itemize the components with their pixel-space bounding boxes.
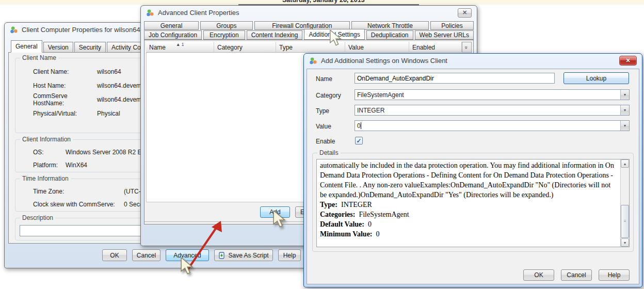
add-additional-settings-window: Add Additional Settings on Windows Clien… [303, 53, 642, 287]
details-prop: Minimum Value: 0 [320, 229, 616, 239]
tab-job-configuration[interactable]: Job Configuration [144, 30, 202, 40]
chevron-down-icon[interactable]: ▼ [620, 90, 629, 100]
value-label: Value [316, 123, 331, 130]
tab-web-server-urls[interactable]: Web Server URLs [415, 30, 474, 40]
save-as-script-button[interactable]: Save As Script [214, 249, 273, 261]
app-spheres-icon [146, 9, 154, 17]
name-input[interactable] [355, 73, 555, 84]
name-label: Name [316, 75, 332, 83]
group-label: Details [317, 149, 341, 156]
details-paragraph: automatically be included in the data pr… [320, 162, 614, 199]
tab-version[interactable]: Version [43, 42, 73, 53]
column-header-category[interactable]: Category [214, 42, 276, 53]
tab-content-indexing[interactable]: Content Indexing [247, 30, 303, 40]
tab-additional-settings[interactable]: Additional Settings [304, 29, 364, 40]
lookup-button[interactable]: Lookup [564, 72, 629, 84]
enable-label: Enable [316, 138, 335, 145]
details-scrollbar[interactable]: ▲ ≡ ▼ [620, 159, 629, 247]
add-settings-titlebar[interactable]: Add Additional Settings on Windows Clien… [304, 54, 642, 68]
tab-policies[interactable]: Policies [430, 21, 474, 30]
close-icon[interactable]: ✕ [458, 8, 472, 18]
tab-general-adv[interactable]: General [144, 21, 199, 30]
type-combo[interactable]: INTEGER ▼ [355, 105, 630, 116]
category-combo[interactable]: FileSystemAgent ▼ [355, 89, 630, 100]
advanced-properties-titlebar[interactable]: Advanced Client Properties ✕ [141, 6, 477, 20]
close-icon[interactable]: ✕ [619, 56, 637, 66]
window-title: Add Additional Settings on Windows Clien… [321, 57, 616, 65]
help-button[interactable]: Help [599, 269, 630, 281]
value-combo[interactable]: 0 ▼ [355, 120, 630, 131]
category-label: Category [316, 92, 341, 99]
tab-deduplication[interactable]: Deduplication [366, 30, 413, 40]
desktop: { "header_strip": { "date_text": "Saturd… [0, 0, 644, 289]
advanced-button[interactable]: Advanced [166, 249, 209, 261]
cancel-button[interactable]: Cancel [561, 269, 592, 281]
details-prop: Categories: FileSystemAgent [320, 210, 616, 219]
taskbar-date: Saturday, January 26, 2013 [282, 0, 365, 4]
enable-checkbox[interactable]: ✓ [355, 137, 363, 145]
column-chooser-icon[interactable]: » [462, 42, 472, 53]
settings-table-header: Name ▲ 1 Category Type Value Enabled » [146, 42, 472, 53]
tab-security[interactable]: Security [74, 42, 106, 53]
group-label: Time Information [20, 175, 71, 182]
details-textbox[interactable]: automatically be included in the data pr… [316, 159, 630, 247]
add-settings-body: Name Lookup Category FileSystemAgent ▼ T… [307, 69, 639, 284]
tab-groups[interactable]: Groups [200, 21, 253, 30]
cancel-button[interactable]: Cancel [132, 249, 160, 261]
script-icon [218, 252, 226, 259]
details-group: Details automatically be included in the… [312, 153, 634, 252]
check-icon: ✓ [356, 137, 361, 145]
chevron-down-icon[interactable]: ▼ [620, 105, 629, 115]
add-button[interactable]: Add [260, 206, 290, 218]
column-header-value[interactable]: Value [345, 42, 409, 53]
type-label: Type [316, 107, 329, 115]
tab-general[interactable]: General [11, 40, 42, 53]
ok-button[interactable]: OK [523, 269, 554, 281]
app-spheres-icon [309, 57, 317, 65]
scrollbar-thumb[interactable]: ≡ [621, 205, 629, 238]
app-spheres-icon [10, 26, 18, 34]
scroll-down-icon[interactable]: ▼ [621, 238, 629, 247]
column-header-name[interactable]: Name ▲ 1 [146, 42, 214, 53]
sort-asc-icon: ▲ 1 [176, 42, 184, 47]
chevron-down-icon[interactable]: ▼ [620, 121, 629, 131]
column-header-type[interactable]: Type [276, 42, 345, 53]
group-label: Client Name [20, 54, 58, 61]
details-prop: Default Value: 0 [320, 219, 616, 229]
scroll-up-icon[interactable]: ▲ [621, 159, 629, 168]
window-title: Advanced Client Properties [158, 9, 454, 17]
group-label: Description [20, 214, 55, 221]
help-button[interactable]: Help [278, 249, 301, 261]
group-label: Client Information [20, 136, 73, 143]
ok-button[interactable]: OK [102, 249, 127, 261]
column-header-enabled[interactable]: Enabled [409, 42, 462, 53]
details-prop: Type: INTEGER [320, 200, 616, 210]
tab-encryption[interactable]: Encryption [203, 30, 245, 40]
text-caret [361, 122, 361, 129]
